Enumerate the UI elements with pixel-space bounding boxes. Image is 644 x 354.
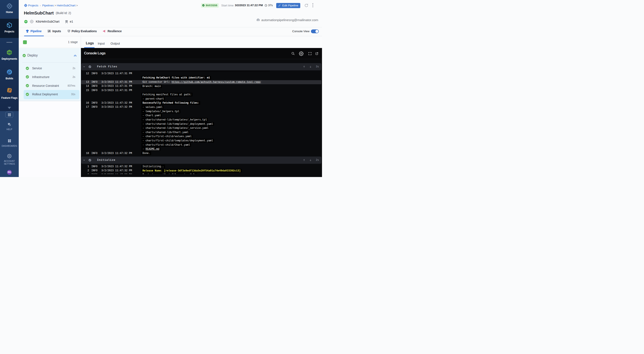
- svg-text:?: ?: [8, 123, 9, 125]
